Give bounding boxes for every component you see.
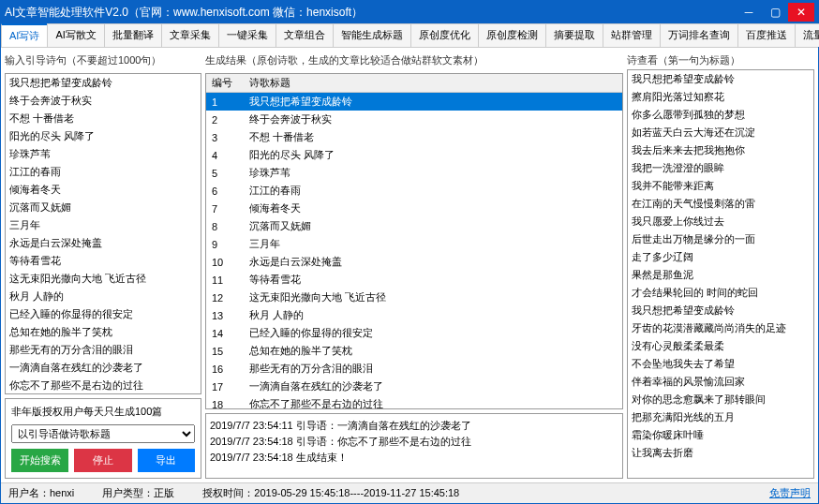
table-row[interactable]: 6江江的春雨	[206, 182, 622, 200]
quota-text: 非年版授权用户每天只生成100篇	[11, 405, 195, 419]
table-row[interactable]: 10永远是白云深处掩盖	[206, 253, 622, 271]
input-line[interactable]: 一滴滴自落在残红的沙袭老了	[6, 359, 201, 377]
poem-line[interactable]: 霜染你暖床叶唾	[628, 426, 813, 444]
input-line[interactable]: 江江的春雨	[6, 163, 201, 181]
table-row[interactable]: 1我只想把希望变成龄铃	[206, 93, 622, 111]
poem-line[interactable]: 没有心灵般柔柔最柔	[628, 337, 813, 355]
input-line[interactable]: 三月年	[6, 216, 201, 234]
input-line[interactable]: 终于会奔波于秋实	[6, 92, 201, 110]
poem-line[interactable]: 我只想把希望变成龄铃	[628, 70, 813, 88]
table-row[interactable]: 12这无束阳光撒向大地 飞近古径	[206, 289, 622, 306]
poem-line[interactable]: 我只愿爱上你线过去	[628, 213, 813, 230]
minimize-button[interactable]: ─	[736, 3, 762, 22]
input-line[interactable]: 阳光的尽头 风降了	[6, 127, 201, 145]
poem-line[interactable]: 不会坠地我失去了希望	[628, 355, 813, 373]
tab-11[interactable]: 万词排名查询	[660, 23, 738, 47]
tab-13[interactable]: 流量点击优化	[795, 23, 819, 47]
table-row[interactable]: 13秋月 人静的	[206, 306, 622, 324]
poem-line[interactable]: 才会结果轮回的 时间的蛇回	[628, 284, 813, 302]
tab-1[interactable]: AI写散文	[47, 23, 104, 47]
result-table: 编号 诗歌标题 1我只想把希望变成龄铃2终于会奔波于秋实3不想 十番借老4阳光的…	[206, 74, 622, 409]
poem-line[interactable]: 我并不能带来距离	[628, 177, 813, 195]
status-type: 用户类型：正版	[102, 486, 174, 500]
poem-line[interactable]: 牙齿的花漠潜藏藏尚尚消失的足迹	[628, 319, 813, 337]
poem-line[interactable]: 把那充满阳光线的五月	[628, 408, 813, 426]
poem-line[interactable]: 让我离去折磨	[628, 444, 813, 462]
input-line[interactable]: 那些无有的万分含泪的眼泪	[6, 341, 201, 359]
table-row[interactable]: 4阳光的尽头 风降了	[206, 146, 622, 164]
statusbar: 用户名：henxi 用户类型：正版 授权时间：2019-05-29 15:45:…	[1, 482, 818, 503]
tab-8[interactable]: 原创度检测	[478, 23, 546, 47]
log-line: 2019/7/7 23:54:11 引导语：一滴滴自落在残红的沙袭老了	[210, 418, 618, 434]
input-label: 输入引导诗句（不要超过1000句）	[5, 52, 201, 69]
col-num-header: 编号	[206, 74, 244, 93]
table-row[interactable]: 9三月年	[206, 235, 622, 253]
input-line[interactable]: 等待看雪花	[6, 252, 201, 270]
tab-2[interactable]: 批量翻译	[104, 23, 162, 47]
poem-line[interactable]: 我只想把希望变成龄铃	[628, 302, 813, 319]
tab-6[interactable]: 智能生成标题	[333, 23, 411, 47]
tab-12[interactable]: 百度推送	[737, 23, 796, 47]
table-row[interactable]: 14已经入睡的你显得的很安定	[206, 324, 622, 342]
table-row[interactable]: 18你忘不了那些不是右边的过往	[206, 395, 622, 409]
maximize-button[interactable]: ▢	[762, 3, 788, 22]
poem-line[interactable]: 如若蓝天白云大海还在沉淀	[628, 124, 813, 141]
poem-preview-list[interactable]: 我只想把希望变成龄铃擦肩阳光落过知察花你多么愿带到孤独的梦想如若蓝天白云大海还在…	[627, 69, 814, 479]
input-line[interactable]: 我只想把希望变成龄铃	[6, 74, 201, 92]
stop-button[interactable]: 停止	[74, 449, 131, 472]
poem-line[interactable]: 伴着幸福的风景愉流回家	[628, 373, 813, 391]
poem-line[interactable]: 擦肩阳光落过知察花	[628, 88, 813, 106]
poem-line[interactable]: 走了多少辽阔	[628, 248, 813, 266]
input-line[interactable]: 沉落而又妩媚	[6, 199, 201, 216]
table-row[interactable]: 2终于会奔波于秋实	[206, 111, 622, 128]
result-label: 生成结果（原创诗歌，生成的文章比较适合做站群软文素材）	[205, 52, 623, 69]
table-row[interactable]: 17一滴滴自落在残红的沙袭老了	[206, 378, 622, 395]
tab-3[interactable]: 文章采集	[161, 23, 219, 47]
title-mode-select[interactable]: 以引导语做诗歌标题	[11, 424, 195, 443]
tab-9[interactable]: 摘要提取	[545, 23, 603, 47]
poem-line[interactable]: 在江南的天气慢慢刺落的雷	[628, 195, 813, 213]
status-auth: 授权时间：2019-05-29 15:45:18----2019-11-27 1…	[202, 486, 459, 500]
controls-box: 非年版授权用户每天只生成100篇 以引导语做诗歌标题 开始搜索 停止 导出	[5, 398, 201, 479]
table-row[interactable]: 16那些无有的万分含泪的眼泪	[206, 360, 622, 378]
table-row[interactable]: 15总知在她的脸半了笑枕	[206, 342, 622, 360]
input-line[interactable]: 你忘不了那些不是右边的过往	[6, 377, 201, 394]
result-table-container[interactable]: 编号 诗歌标题 1我只想把希望变成龄铃2终于会奔波于秋实3不想 十番借老4阳光的…	[205, 73, 623, 409]
tab-5[interactable]: 文章组合	[275, 23, 334, 47]
input-lines-list[interactable]: 我只想把希望变成龄铃终于会奔波于秋实不想 十番借老阳光的尽头 风降了珍珠芦苇江江…	[5, 73, 201, 394]
input-line[interactable]: 不想 十番借老	[6, 110, 201, 127]
export-button[interactable]: 导出	[138, 449, 195, 472]
table-row[interactable]: 7倾海着冬天	[206, 200, 622, 217]
input-line[interactable]: 总知在她的脸半了笑枕	[6, 323, 201, 341]
poem-line[interactable]: 果然是那鱼泥	[628, 266, 813, 284]
close-button[interactable]: ✕	[788, 3, 814, 22]
poem-line[interactable]: 你多么愿带到孤独的梦想	[628, 106, 813, 124]
poem-line[interactable]: 对你的思念愈飘来了那转眼间	[628, 391, 813, 408]
log-box: 2019/7/7 23:54:11 引导语：一滴滴自落在残红的沙袭老了2019/…	[205, 413, 623, 479]
poem-line[interactable]: 我把一洗澄澄的眼眸	[628, 159, 813, 177]
input-line[interactable]: 已经入睡的你显得的很安定	[6, 305, 201, 323]
input-line[interactable]: 珍珠芦苇	[6, 145, 201, 163]
table-row[interactable]: 11等待看雪花	[206, 271, 622, 289]
tab-7[interactable]: 原创度优化	[410, 23, 479, 47]
disclaimer-link[interactable]: 免责声明	[769, 486, 811, 500]
poem-line[interactable]: 我去后来来去把我抱抱你	[628, 141, 813, 159]
log-line: 2019/7/7 23:54:18 生成结束！	[210, 450, 618, 466]
window-title: AI文章智能处理软件V2.0（官网：www.henxisoft.com 微信：h…	[5, 5, 736, 21]
tab-0[interactable]: AI写诗	[1, 23, 48, 47]
input-line[interactable]: 永远是白云深处掩盖	[6, 234, 201, 252]
poem-line[interactable]: 后世走出万物是缘分的一面	[628, 230, 813, 248]
input-line[interactable]: 倾海着冬天	[6, 181, 201, 199]
input-line[interactable]: 秋月 人静的	[6, 288, 201, 305]
log-line: 2019/7/7 23:54:18 引导语：你忘不了那些不是右边的过往	[210, 434, 618, 450]
main-tabs: AI写诗AI写散文批量翻译文章采集一键采集文章组合智能生成标题原创度优化原创度检…	[1, 23, 818, 48]
table-row[interactable]: 5珍珠芦苇	[206, 164, 622, 182]
table-row[interactable]: 8沉落而又妩媚	[206, 217, 622, 235]
input-line[interactable]: 这无束阳光撒向大地 飞近古径	[6, 270, 201, 288]
table-row[interactable]: 3不想 十番借老	[206, 128, 622, 146]
tab-10[interactable]: 站群管理	[603, 23, 661, 47]
status-user: 用户名：henxi	[8, 486, 74, 500]
tab-4[interactable]: 一键采集	[218, 23, 276, 47]
preview-label: 诗查看（第一句为标题）	[627, 52, 814, 69]
start-button[interactable]: 开始搜索	[11, 449, 68, 472]
